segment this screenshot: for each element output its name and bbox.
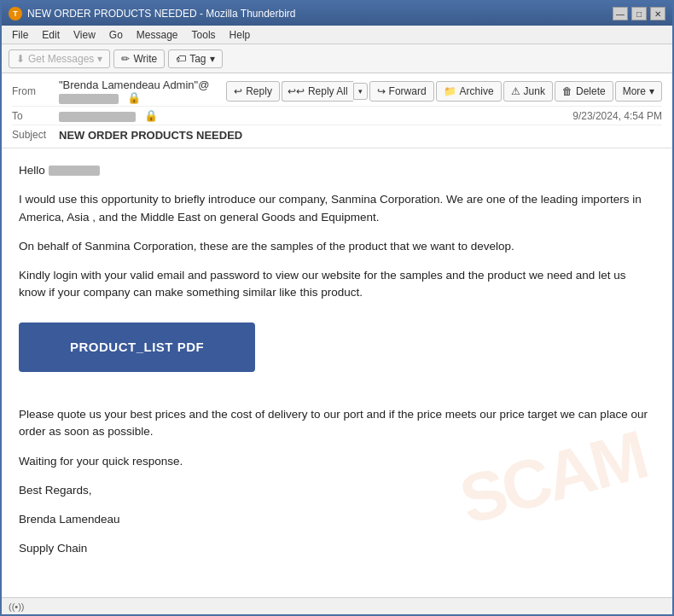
menu-file[interactable]: File <box>5 27 35 43</box>
menu-bar: File Edit View Go Message Tools Help <box>2 26 672 44</box>
delete-icon: 🗑 <box>562 85 572 97</box>
junk-icon: ⚠ <box>511 85 520 97</box>
from-email-blurred <box>59 94 119 104</box>
to-email-blurred <box>59 112 136 122</box>
subject-label: Subject <box>12 129 59 141</box>
para7: Brenda Lamendeau <box>19 511 655 528</box>
title-bar-left: T NEW ORDER PRODUCTS NEEDED - Mozilla Th… <box>9 7 296 20</box>
archive-icon: 📁 <box>444 85 456 97</box>
write-icon: ✏ <box>121 53 130 65</box>
tag-dropdown-icon: ▾ <box>210 53 215 65</box>
menu-view[interactable]: View <box>67 27 102 43</box>
from-label: From <box>12 85 59 97</box>
para2: On behalf of Sanmina Corporation, these … <box>19 238 655 255</box>
tag-button[interactable]: 🏷 Tag ▾ <box>168 49 222 68</box>
to-label: To <box>12 110 59 122</box>
recipient-name-blurred <box>49 166 100 176</box>
product-list-button[interactable]: PRODUCT_LIST PDF <box>19 323 255 373</box>
para1: I would use this opportunity to briefly … <box>19 191 655 226</box>
email-headers: From "Brenda Lamendeau Admin"@ 🔒 ↩ Reply… <box>2 73 672 148</box>
junk-button[interactable]: ⚠ Junk <box>503 81 553 102</box>
to-row: To 🔒 9/23/2024, 4:54 PM <box>12 107 662 125</box>
close-button[interactable]: ✕ <box>650 7 665 20</box>
write-button[interactable]: ✏ Write <box>113 49 165 68</box>
email-body: SCAM Hello I would use this opportunity … <box>2 148 672 597</box>
app-icon: T <box>9 7 22 20</box>
toolbar: ⬇ Get Messages ▾ ✏ Write 🏷 Tag ▾ <box>2 44 672 73</box>
from-value: "Brenda Lamendeau Admin"@ 🔒 <box>59 78 226 104</box>
menu-edit[interactable]: Edit <box>35 27 67 43</box>
email-date: 9/23/2024, 4:54 PM <box>572 110 662 122</box>
status-bar: ((•)) <box>2 597 672 614</box>
para3: Kindly login with your valid email and p… <box>19 267 655 302</box>
maximize-button[interactable]: □ <box>631 7 647 20</box>
minimize-button[interactable]: — <box>613 7 628 20</box>
reply-button[interactable]: ↩ Reply <box>226 81 280 102</box>
delete-button[interactable]: 🗑 Delete <box>555 81 613 102</box>
menu-tools[interactable]: Tools <box>185 27 223 43</box>
subject-row: Subject NEW ORDER PRODUCTS NEEDED <box>12 125 662 144</box>
menu-help[interactable]: Help <box>223 27 258 43</box>
get-messages-dropdown-icon: ▾ <box>97 53 102 65</box>
para5: Waiting for your quick response. <box>19 453 655 470</box>
get-messages-icon: ⬇ <box>16 53 25 65</box>
reply-all-split: ↩↩ Reply All ▾ <box>282 81 368 102</box>
archive-button[interactable]: 📁 Archive <box>436 81 502 102</box>
reply-all-dropdown[interactable]: ▾ <box>353 83 368 100</box>
reply-all-button[interactable]: ↩↩ Reply All <box>282 81 353 102</box>
email-action-bar: ↩ Reply ↩↩ Reply All ▾ ↪ Forward 📁 Arch <box>226 81 662 102</box>
para6: Best Regards, <box>19 482 655 499</box>
para4: Please quote us your best prices and the… <box>19 406 655 441</box>
greeting-para: Hello <box>19 162 655 179</box>
security-icon: 🔒 <box>127 91 141 104</box>
title-bar: T NEW ORDER PRODUCTS NEEDED - Mozilla Th… <box>2 2 672 26</box>
from-row: From "Brenda Lamendeau Admin"@ 🔒 ↩ Reply… <box>12 77 662 107</box>
more-dropdown-icon: ▾ <box>649 85 654 97</box>
window-title: NEW ORDER PRODUCTS NEEDED - Mozilla Thun… <box>27 8 296 20</box>
forward-button[interactable]: ↪ Forward <box>369 81 434 102</box>
connection-icon: ((•)) <box>9 601 25 612</box>
subject-value: NEW ORDER PRODUCTS NEEDED <box>59 129 662 142</box>
to-value: 🔒 <box>59 109 572 122</box>
more-button[interactable]: More ▾ <box>615 81 662 102</box>
tag-icon: 🏷 <box>176 53 186 65</box>
window-controls: — □ ✕ <box>613 7 665 20</box>
reply-all-icon: ↩↩ <box>288 85 305 97</box>
product-button-container: PRODUCT_LIST PDF <box>19 314 655 390</box>
get-messages-button[interactable]: ⬇ Get Messages ▾ <box>9 49 110 68</box>
main-window: T NEW ORDER PRODUCTS NEEDED - Mozilla Th… <box>0 0 674 616</box>
menu-message[interactable]: Message <box>130 27 185 43</box>
to-security-icon: 🔒 <box>144 109 158 122</box>
menu-go[interactable]: Go <box>102 27 130 43</box>
reply-icon: ↩ <box>234 85 242 97</box>
para8: Supply Chain <box>19 540 655 557</box>
forward-icon: ↪ <box>377 85 386 97</box>
